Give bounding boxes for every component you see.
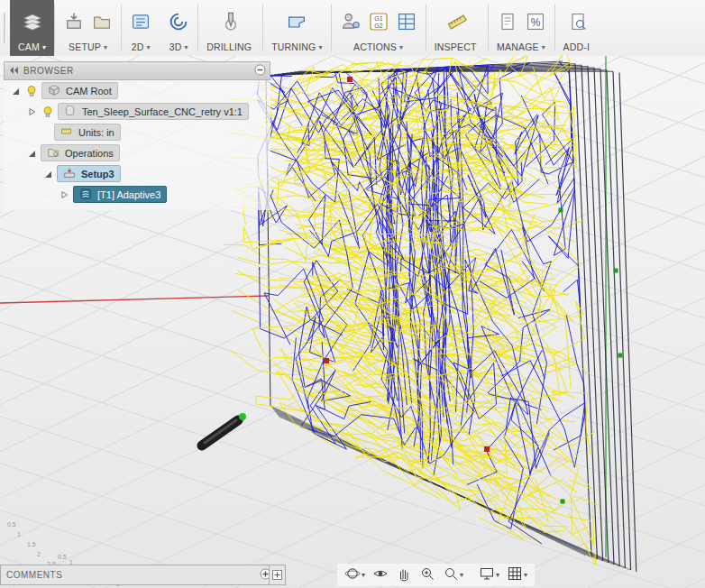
turning-icon (286, 11, 307, 36)
look-at-icon (372, 565, 389, 585)
grid-line (0, 318, 705, 588)
expander-icon-expanded[interactable] (9, 85, 22, 97)
stock-contour (581, 65, 603, 561)
tab-manage[interactable]: % MANAGE▾ (489, 0, 554, 56)
tool-highlight (205, 420, 236, 443)
expander-icon-expanded[interactable] (25, 147, 38, 160)
grid-display-icon (507, 565, 523, 585)
dropdown-caret: ▾ (104, 43, 107, 51)
grid-display-button[interactable]: ▾ (504, 565, 530, 586)
tab-cam-label: CAM (18, 41, 40, 52)
tree-row-model[interactable]: Ten_Sleep_Surface_CNC_retry v1:1 (25, 101, 270, 122)
adaptive-operation-icon (79, 188, 94, 202)
new-folder-icon (91, 11, 113, 36)
axis-tick-label: 0.5 (7, 521, 16, 528)
exit-marker (324, 358, 329, 363)
orbit-button[interactable]: ▾ (342, 565, 368, 586)
zoom-button[interactable] (417, 565, 438, 586)
dropdown-caret: ▾ (460, 571, 463, 579)
toolpath-segment (307, 78, 542, 96)
entry-marker (618, 354, 623, 358)
tree-row-units[interactable]: Units: in (54, 122, 270, 142)
expander-icon-expanded[interactable] (41, 168, 54, 180)
svg-text:%: % (530, 15, 540, 28)
expander-icon-collapsed[interactable] (58, 188, 70, 201)
tree-row-operations[interactable]: Operations (25, 142, 270, 163)
toolpath-segment (507, 420, 592, 535)
tree-label: Ten_Sleep_Surface_CNC_retry v1:1 (82, 106, 243, 117)
2d-milling-icon (130, 11, 151, 36)
tree-row-setup3[interactable]: Setup3 (41, 163, 270, 184)
tab-inspect-label: INSPECT (435, 41, 477, 52)
display-settings-icon (479, 565, 495, 585)
display-settings-button[interactable]: ▾ (476, 565, 502, 586)
tab-actions-label: ACTIONS (353, 41, 397, 52)
tab-inspect[interactable]: INSPECT (426, 0, 488, 56)
exit-marker (484, 446, 490, 452)
dropdown-caret: ▾ (524, 571, 527, 579)
zoom-icon (419, 565, 435, 585)
fusion-cam-window: CAM▾ SETUP▾ 2D▾ 3D▾ (0, 0, 705, 588)
entry-marker (561, 500, 565, 504)
zoom-window-icon (443, 565, 459, 585)
dropdown-caret: ▾ (399, 43, 403, 51)
operations-folder-icon (47, 146, 61, 161)
tool-library-icon (497, 11, 518, 36)
tree-label: Units: in (78, 127, 114, 138)
post-process-icon: G1 G2 (368, 11, 389, 36)
svg-text:G2: G2 (374, 22, 383, 30)
tree-label: Setup3 (81, 169, 114, 179)
ribbon-toolbar: CAM▾ SETUP▾ 2D▾ 3D▾ (0, 0, 705, 57)
axis-tick-label: 1.5 (27, 541, 36, 547)
tab-2d-label: 2D (132, 41, 144, 52)
tab-actions[interactable]: G1 G2 ACTIONS▾ (332, 0, 426, 56)
units-icon (60, 125, 75, 140)
axis-tick-label: 2 (37, 551, 41, 557)
tree-row-adaptive3[interactable]: [T1] Adaptive3 (58, 184, 270, 205)
comments-bar[interactable]: COMMENTS (0, 565, 278, 585)
tab-add-ins[interactable]: ADD-I (555, 0, 601, 56)
grid-line (0, 271, 705, 588)
tab-manage-label: MANAGE (497, 41, 539, 52)
feeds-speeds-icon: % (525, 11, 546, 36)
dropdown-caret: ▾ (146, 43, 150, 51)
visibility-bulb-icon[interactable] (41, 105, 55, 119)
tab-setup-label: SETUP (69, 41, 101, 52)
collapse-panel-icon[interactable] (8, 63, 19, 79)
tab-turning[interactable]: TURNING▾ (263, 0, 330, 56)
add-ins-icon (567, 11, 589, 36)
3d-milling-icon (168, 11, 189, 36)
minimize-panel-icon[interactable] (254, 63, 266, 79)
zoom-window-button[interactable]: ▾ (440, 565, 466, 586)
tab-setup[interactable]: SETUP▾ (55, 0, 121, 56)
pan-button[interactable] (393, 565, 415, 586)
tab-cam[interactable]: CAM▾ (10, 0, 54, 56)
expander-icon-collapsed[interactable] (25, 106, 38, 118)
look-at-button[interactable] (370, 565, 391, 586)
toolbar-grip[interactable] (0, 0, 10, 56)
axis-tick-label: 1 (17, 531, 21, 537)
setup-sheet-icon (396, 11, 417, 36)
setup-icon (63, 11, 85, 36)
tab-2d[interactable]: 2D▾ (122, 0, 160, 56)
setup-node-icon (63, 167, 78, 181)
drilling-icon (220, 11, 242, 36)
tree-label: Operations (65, 148, 114, 159)
tab-add-ins-label: ADD-I (563, 41, 591, 52)
tab-3d[interactable]: 3D▾ (160, 0, 197, 56)
entry-marker (614, 269, 618, 273)
tab-drilling-label: DRILLING (206, 41, 252, 52)
navigation-bar: ▾ ▾ ▾ ▾ (337, 564, 535, 586)
dropdown-caret: ▾ (542, 43, 545, 51)
cam-icon (21, 10, 44, 37)
tab-drilling[interactable]: DRILLING (198, 0, 262, 56)
tree-label: [T1] Adaptive3 (97, 189, 160, 200)
visibility-bulb-icon[interactable] (24, 84, 39, 98)
tree-row-cam-root[interactable]: CAM Root (9, 80, 270, 101)
tool-tip (239, 413, 246, 420)
dropdown-caret: ▾ (42, 43, 46, 51)
tab-3d-label: 3D (169, 41, 182, 52)
tree-label: CAM Root (66, 86, 112, 96)
browser-header: BROWSER (4, 61, 270, 80)
comments-expand-button[interactable] (269, 565, 286, 585)
